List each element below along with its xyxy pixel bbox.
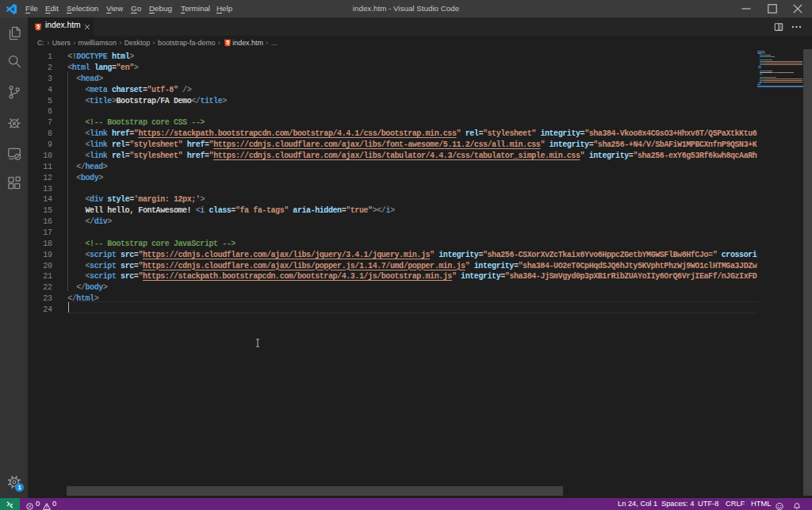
svg-text:5: 5 xyxy=(227,40,230,45)
svg-text:5: 5 xyxy=(36,24,40,29)
